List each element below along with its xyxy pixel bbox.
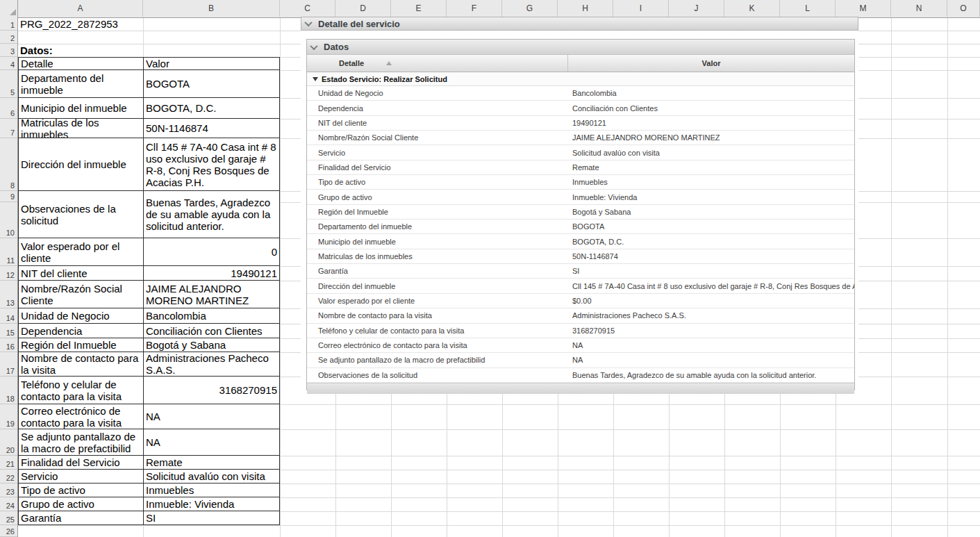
row-header-6[interactable]: 6 bbox=[0, 98, 17, 119]
cell-A18[interactable]: Teléfono y celular de contacto para la v… bbox=[18, 377, 143, 404]
detail-row[interactable]: Región del InmuebleBogotá y Sabana bbox=[307, 205, 854, 220]
column-header-M[interactable]: M bbox=[836, 0, 891, 17]
cell-A21[interactable]: Finalidad del Servicio bbox=[18, 456, 143, 470]
cell-B1[interactable] bbox=[143, 17, 280, 31]
row-header-17[interactable]: 17 bbox=[0, 352, 17, 377]
row-header-18[interactable]: 18 bbox=[0, 377, 17, 404]
cell-B17[interactable]: Administraciones Pacheco S.A.S. bbox=[143, 352, 280, 377]
detail-row[interactable]: Observaciones de la solicitudBuenas Tard… bbox=[307, 368, 854, 383]
row-header-5[interactable]: 5 bbox=[0, 70, 17, 98]
select-all-corner[interactable] bbox=[0, 0, 18, 17]
row-header-26[interactable]: 26 bbox=[0, 525, 17, 537]
column-header-D[interactable]: D bbox=[335, 0, 391, 17]
row-header-22[interactable]: 22 bbox=[0, 470, 17, 484]
column-header-N[interactable]: N bbox=[891, 0, 947, 17]
row-header-14[interactable]: 14 bbox=[0, 308, 17, 324]
detail-row[interactable]: Nombre de contacto para la visitaAdminis… bbox=[307, 308, 854, 323]
row-header-2[interactable]: 2 bbox=[0, 31, 17, 44]
column-header-valor[interactable]: Valor bbox=[568, 55, 854, 72]
detail-row[interactable]: Dirección del inmuebleCll 145 # 7A-40 Ca… bbox=[307, 279, 854, 293]
cell-A1[interactable]: PRG_2022_2872953 bbox=[18, 17, 143, 31]
cell-B12[interactable]: 19490121 bbox=[143, 266, 280, 281]
detail-row[interactable]: Departamento del inmuebleBOGOTA bbox=[307, 220, 854, 234]
column-header-K[interactable]: K bbox=[724, 0, 780, 17]
detail-row[interactable]: Nombre/Razón Social ClienteJAIME ALEJAND… bbox=[307, 131, 854, 145]
column-header-B[interactable]: B bbox=[143, 0, 280, 17]
detail-row[interactable]: DependenciaConciliación con Clientes bbox=[307, 101, 854, 115]
row-header-10[interactable]: 10 bbox=[0, 202, 17, 238]
cell-B19[interactable]: NA bbox=[143, 404, 280, 429]
detail-row[interactable]: Matriculas de los inmuebles50N-1146874 bbox=[307, 249, 854, 264]
column-header-A[interactable]: A bbox=[18, 0, 143, 17]
detail-row[interactable]: GarantíaSI bbox=[307, 264, 854, 279]
row-header-16[interactable]: 16 bbox=[0, 338, 17, 352]
cell-B4[interactable]: Valor bbox=[143, 57, 280, 70]
column-header-detalle[interactable]: Detalle bbox=[307, 55, 568, 72]
cell-A8[interactable]: Dirección del inmueble bbox=[18, 138, 143, 191]
cell-B24[interactable]: Inmueble: Vivienda bbox=[143, 497, 280, 511]
row-header-11[interactable]: 11 bbox=[0, 238, 17, 266]
cell-B5[interactable]: BOGOTA bbox=[143, 70, 280, 98]
row-header-20[interactable]: 20 bbox=[0, 429, 17, 456]
cell-B8[interactable]: Cll 145 # 7A-40 Casa int # 8 uso exclusi… bbox=[143, 138, 280, 191]
cell-A19[interactable]: Correo electrónico de contacto para la v… bbox=[18, 404, 143, 429]
row-header-7[interactable]: 7 bbox=[0, 119, 17, 138]
cell-A20[interactable]: Se adjunto pantallazo de la macro de pre… bbox=[18, 429, 143, 456]
row-header-1[interactable]: 1 bbox=[0, 17, 17, 31]
cell-A15[interactable]: Dependencia bbox=[18, 324, 143, 338]
cell-B25[interactable]: SI bbox=[143, 511, 280, 525]
cell-A7[interactable]: Matriculas de los inmuebles bbox=[18, 119, 143, 138]
column-header-O[interactable]: O bbox=[947, 0, 980, 17]
column-header-E[interactable]: E bbox=[391, 0, 447, 17]
section-header-datos[interactable]: Datos bbox=[307, 40, 854, 55]
cell-A16[interactable]: Región del Inmueble bbox=[18, 338, 143, 352]
cell-B16[interactable]: Bogotá y Sabana bbox=[143, 338, 280, 352]
detail-row[interactable]: Unidad de NegocioBancolombia bbox=[307, 86, 854, 101]
column-header-I[interactable]: I bbox=[613, 0, 669, 17]
column-header-C[interactable]: C bbox=[280, 0, 335, 17]
cell-A3[interactable]: Datos: bbox=[18, 44, 143, 57]
detail-row[interactable]: Municipio del inmuebleBOGOTA, D.C. bbox=[307, 234, 854, 249]
cell-A6[interactable]: Municipio del inmueble bbox=[18, 98, 143, 119]
cell-A9-10[interactable]: Observaciones de la solicitud bbox=[18, 191, 143, 238]
cell-B6[interactable]: BOGOTA, D.C. bbox=[143, 98, 280, 119]
column-header-G[interactable]: G bbox=[502, 0, 558, 17]
cell-B7[interactable]: 50N-1146874 bbox=[143, 119, 280, 138]
cell-A25[interactable]: Garantía bbox=[18, 511, 143, 525]
cell-B23[interactable]: Inmuebles bbox=[143, 484, 280, 497]
column-header-L[interactable]: L bbox=[780, 0, 836, 17]
column-header-F[interactable]: F bbox=[447, 0, 502, 17]
cell-B15[interactable]: Conciliación con Clientes bbox=[143, 324, 280, 338]
row-header-9[interactable]: 9 bbox=[0, 191, 17, 202]
panel-header-detalle-del-servicio[interactable]: Detalle del servicio bbox=[301, 17, 858, 31]
group-header-row[interactable]: Estado Servicio: Realizar Solicitud bbox=[307, 72, 854, 86]
cell-B11[interactable]: 0 bbox=[143, 238, 280, 266]
cell-B3[interactable] bbox=[143, 44, 280, 57]
cell-A5[interactable]: Departamento del inmueble bbox=[18, 70, 143, 98]
row-header-13[interactable]: 13 bbox=[0, 281, 17, 308]
detail-row[interactable]: Valor esperado por el cliente$0.00 bbox=[307, 294, 854, 308]
cell-A23[interactable]: Tipo de activo bbox=[18, 484, 143, 497]
detail-row[interactable]: ServicioSolicitud avalúo con visita bbox=[307, 145, 854, 160]
cell-A12[interactable]: NIT del cliente bbox=[18, 266, 143, 281]
cell-A22[interactable]: Servicio bbox=[18, 470, 143, 484]
cell-B9-10[interactable]: Buenas Tardes, Agradezco de su amable ay… bbox=[143, 191, 280, 238]
row-header-3[interactable]: 3 bbox=[0, 44, 17, 57]
cell-A11[interactable]: Valor esperado por el cliente bbox=[18, 238, 143, 266]
cell-B13[interactable]: JAIME ALEJANDRO MORENO MARTINEZ bbox=[143, 281, 280, 308]
cell-A4[interactable]: Detalle bbox=[18, 57, 143, 70]
row-header-21[interactable]: 21 bbox=[0, 456, 17, 470]
detail-row[interactable]: Finalidad del ServicioRemate bbox=[307, 160, 854, 175]
row-header-23[interactable]: 23 bbox=[0, 484, 17, 497]
detail-row[interactable]: NIT del cliente19490121 bbox=[307, 116, 854, 131]
cell-A24[interactable]: Grupo de activo bbox=[18, 497, 143, 511]
detail-row[interactable]: Correo electrónico de contacto para la v… bbox=[307, 338, 854, 353]
column-header-J[interactable]: J bbox=[669, 0, 724, 17]
row-header-25[interactable]: 25 bbox=[0, 511, 17, 525]
cell-B20[interactable]: NA bbox=[143, 429, 280, 456]
row-header-19[interactable]: 19 bbox=[0, 404, 17, 429]
detail-row[interactable]: Teléfono y celular de contacto para la v… bbox=[307, 324, 854, 338]
row-header-15[interactable]: 15 bbox=[0, 324, 17, 338]
cell-B2[interactable] bbox=[143, 31, 280, 44]
cell-B21[interactable]: Remate bbox=[143, 456, 280, 470]
